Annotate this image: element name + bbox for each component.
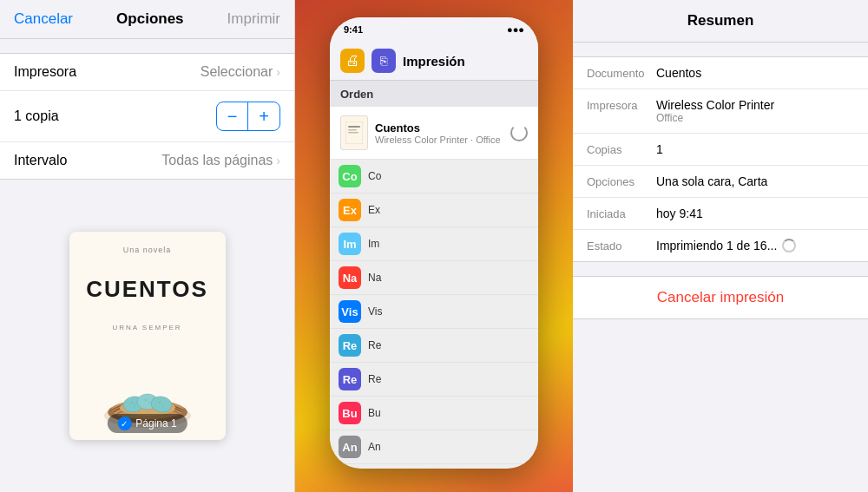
right-header-title: Resumen: [687, 12, 754, 29]
job-info: Cuentos Wireless Color Printer · Office: [375, 121, 503, 145]
summary-row: Copias 1: [573, 134, 868, 166]
svg-rect-20: [348, 132, 358, 134]
phone-status-bar: 9:41 ●●●: [330, 17, 538, 42]
svg-point-8: [133, 406, 134, 407]
chevron-right-icon: ›: [276, 65, 280, 79]
summary-key: Impresora: [587, 98, 649, 112]
print-app-icon: 🖨: [340, 49, 365, 73]
phone-header-title: Impresión: [403, 54, 465, 69]
svg-point-6: [131, 402, 133, 403]
svg-rect-18: [348, 126, 360, 128]
summary-value: Imprimiendo 1 de 16...: [656, 239, 854, 253]
list-item[interactable]: Bu Bu: [330, 397, 538, 430]
book-subtitle: Una novela: [123, 246, 172, 254]
app-label: Vis: [368, 305, 382, 318]
list-item[interactable]: Na Na: [330, 261, 538, 295]
state-spinner: [782, 239, 796, 253]
app-icon: Na: [339, 266, 361, 289]
list-item[interactable]: Re Re: [330, 363, 538, 397]
app-icon: Vis: [339, 300, 361, 323]
right-panel: Resumen Documento Cuentos Impresora Wire…: [573, 0, 868, 492]
phone-print-header: 🖨 ⎘ Impresión: [330, 42, 538, 81]
status-icons: ●●●: [507, 24, 524, 35]
app-icon: Bu: [339, 402, 361, 424]
app-icon: Co: [339, 165, 361, 187]
summary-key: Copias: [587, 142, 649, 156]
cancel-section[interactable]: Cancelar impresión: [573, 276, 868, 319]
copies-stepper[interactable]: − +: [216, 102, 280, 131]
summary-key: Documento: [587, 66, 649, 80]
phone-app-list: Co Co Ex Ex Im Im Na Na Vis Vis Re Re Re…: [330, 160, 538, 469]
phone-orden-section: Orden: [330, 81, 538, 107]
app-label: Ex: [368, 204, 380, 216]
job-progress-spinner: [510, 124, 528, 141]
interval-value: Todas las páginas ›: [161, 153, 280, 168]
summary-value: Cuentos: [656, 66, 854, 80]
page-badge: ✓ Página 1: [107, 414, 187, 433]
job-name: Cuentos: [375, 121, 503, 134]
book-title: CUENTOS: [86, 276, 208, 303]
interval-label: Intervalo: [14, 153, 67, 168]
svg-rect-19: [348, 129, 357, 131]
summary-row: Opciones Una sola cara, Carta: [573, 166, 868, 198]
app-label: Re: [368, 339, 381, 351]
print-button[interactable]: Imprimir: [227, 10, 280, 28]
summary-value: 1: [656, 142, 854, 156]
phone-container: 9:41 ●●● 🖨 ⎘ Impresión Orden: [330, 17, 538, 469]
app-label: Co: [368, 170, 381, 182]
stepper-minus-button[interactable]: −: [217, 102, 248, 130]
list-item[interactable]: Re Re: [330, 329, 538, 363]
chevron-right-icon: ›: [276, 154, 280, 167]
interval-row[interactable]: Intervalo Todas las páginas ›: [0, 142, 294, 179]
phone-frame: 9:41 ●●● 🖨 ⎘ Impresión Orden: [330, 17, 538, 469]
left-header: Cancelar Opciones Imprimir: [0, 0, 294, 39]
summary-section: Documento Cuentos Impresora Wireless Col…: [573, 56, 868, 262]
summary-key: Estado: [587, 239, 649, 253]
job-book-icon: [340, 115, 368, 150]
middle-panel: 9:41 ●●● 🖨 ⎘ Impresión Orden: [295, 0, 573, 492]
list-item[interactable]: An An: [330, 430, 538, 464]
stepper-plus-button[interactable]: +: [248, 102, 279, 130]
svg-point-11: [145, 399, 147, 401]
summary-value: Una sola cara, Carta: [656, 174, 854, 188]
page-title: Opciones: [116, 10, 183, 28]
list-item[interactable]: Co Co: [330, 160, 538, 194]
cancel-button[interactable]: Cancelar: [14, 10, 73, 28]
list-item[interactable]: Im Im: [330, 227, 538, 261]
printer-row[interactable]: Impresora Seleccionar ›: [0, 54, 294, 91]
printer-value: Seleccionar ›: [201, 64, 280, 80]
summary-row: Iniciada hoy 9:41: [573, 198, 868, 230]
list-item[interactable]: Co Co: [330, 464, 538, 469]
left-panel: Cancelar Opciones Imprimir Impresora Sel…: [0, 0, 295, 492]
phone-print-job[interactable]: Cuentos Wireless Color Printer · Office: [330, 107, 538, 160]
list-item[interactable]: Ex Ex: [330, 194, 538, 227]
app-label: Im: [368, 238, 379, 250]
svg-point-16: [162, 405, 164, 407]
copies-row: 1 copia − +: [0, 91, 294, 142]
status-time: 9:41: [344, 24, 363, 35]
list-item[interactable]: Vis Vis: [330, 295, 538, 329]
summary-row: Documento Cuentos: [573, 57, 868, 89]
svg-point-15: [159, 402, 161, 403]
book-preview-area: Una novela CUENTOS URNA SEMPER: [0, 180, 294, 492]
printer-label: Impresora: [14, 64, 76, 80]
summary-value: hoy 9:41: [656, 207, 854, 220]
app-label: An: [368, 441, 381, 453]
summary-row: Estado Imprimiendo 1 de 16...: [573, 230, 868, 261]
app-label: Re: [368, 373, 381, 385]
app-icon: Re: [339, 334, 361, 357]
app-icon: An: [339, 436, 361, 458]
options-section: Impresora Seleccionar › 1 copia − + Inte…: [0, 53, 294, 180]
summary-value-main: Wireless Color Printer: [656, 98, 854, 112]
phone-orden-title: Orden: [340, 88, 373, 101]
job-printer: Wireless Color Printer · Office: [375, 134, 503, 145]
app-label: Na: [368, 272, 381, 284]
right-header: Resumen: [573, 0, 868, 43]
summary-value-sub: Office: [656, 112, 854, 124]
svg-point-12: [148, 402, 150, 403]
cancel-print-button[interactable]: Cancelar impresión: [657, 289, 784, 306]
app-icon: Re: [339, 368, 361, 390]
app-icon: Ex: [339, 199, 361, 221]
app-icon: Im: [339, 233, 361, 255]
summary-key: Iniciada: [587, 207, 649, 220]
